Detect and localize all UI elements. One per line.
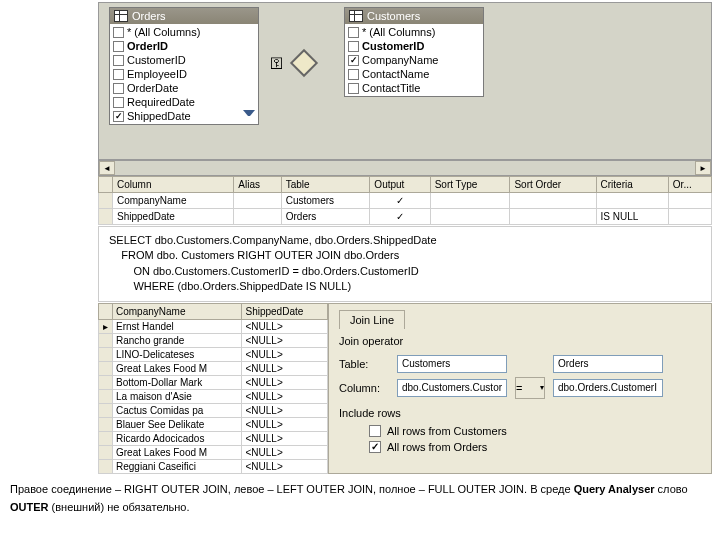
checkbox[interactable] <box>113 97 124 108</box>
join-connector[interactable]: ⚿ <box>294 53 314 73</box>
query-designer-canvas[interactable]: Orders * (All Columns) OrderID CustomerI… <box>98 2 712 160</box>
left-column-field[interactable]: dbo.Customers.Custor <box>397 379 507 397</box>
column-row[interactable]: CustomerID <box>111 53 257 67</box>
checkbox[interactable] <box>113 69 124 80</box>
results-row[interactable]: ▸Ernst Handel<NULL> <box>99 319 328 333</box>
results-row[interactable]: Great Lakes Food M<NULL> <box>99 361 328 375</box>
scroll-right-button[interactable]: ► <box>695 161 711 175</box>
column-row[interactable]: CustomerID <box>346 39 482 53</box>
results-row[interactable]: LINO-Delicateses<NULL> <box>99 347 328 361</box>
results-row[interactable]: La maison d'Asie<NULL> <box>99 389 328 403</box>
column-row[interactable]: * (All Columns) <box>111 25 257 39</box>
right-column-field[interactable]: dbo.Orders.CustomerI <box>553 379 663 397</box>
join-operator-label: Join operator <box>339 335 701 347</box>
filter-icon <box>243 110 255 122</box>
table-icon <box>349 10 363 22</box>
chevron-down-icon: ▾ <box>540 383 544 392</box>
checkbox[interactable] <box>113 55 124 66</box>
results-row[interactable]: Blauer See Delikate<NULL> <box>99 417 328 431</box>
results-row[interactable]: Great Lakes Food M<NULL> <box>99 445 328 459</box>
table-title-label: Orders <box>132 10 166 22</box>
join-properties-panel: Join Line Join operator Table: Customers… <box>328 303 712 474</box>
table-panel-customers[interactable]: Customers * (All Columns) CustomerID Com… <box>344 7 484 97</box>
results-row[interactable]: Ricardo Adocicados<NULL> <box>99 431 328 445</box>
results-grid: CompanyName ShippedDate ▸Ernst Handel<NU… <box>98 303 328 474</box>
column-row[interactable]: ContactName <box>346 67 482 81</box>
checkbox[interactable] <box>113 111 124 122</box>
criteria-grid: Column Alias Table Output Sort Type Sort… <box>98 176 712 225</box>
horizontal-scrollbar[interactable]: ◄ ► <box>98 160 712 176</box>
checkbox[interactable] <box>369 425 381 437</box>
column-row[interactable]: ContactTitle <box>346 81 482 95</box>
left-table-field[interactable]: Customers <box>397 355 507 373</box>
orders-columns-list: * (All Columns) OrderID CustomerID Emplo… <box>110 24 258 124</box>
checkbox[interactable] <box>113 41 124 52</box>
sql-text-panel[interactable]: SELECT dbo.Customers.CompanyName, dbo.Or… <box>98 226 712 302</box>
customers-columns-list: * (All Columns) CustomerID CompanyName C… <box>345 24 483 96</box>
results-header[interactable]: CompanyName <box>113 303 242 319</box>
results-row[interactable]: Cactus Comidas pa<NULL> <box>99 403 328 417</box>
table-title-customers[interactable]: Customers <box>345 8 483 24</box>
column-row[interactable]: CompanyName <box>346 53 482 67</box>
checkbox[interactable] <box>348 69 359 80</box>
include-rows-label: Include rows <box>339 407 701 419</box>
include-left-row[interactable]: All rows from Customers <box>339 423 701 439</box>
column-row[interactable]: OrderID <box>111 39 257 53</box>
results-header[interactable]: ShippedDate <box>242 303 328 319</box>
include-right-row[interactable]: All rows from Orders <box>339 439 701 455</box>
column-row[interactable]: OrderDate <box>111 81 257 95</box>
checkbox[interactable] <box>113 83 124 94</box>
tab-join-line[interactable]: Join Line <box>339 310 405 329</box>
table-icon <box>114 10 128 22</box>
grid-row[interactable]: CompanyNameCustomers ✓ <box>99 193 712 209</box>
results-row[interactable]: Reggiani Caseifici<NULL> <box>99 459 328 473</box>
footer-text: Правое соединение – RIGHT OUTER JOIN, ле… <box>10 480 710 516</box>
column-row[interactable]: EmployeeID <box>111 67 257 81</box>
operator-dropdown[interactable]: =▾ <box>515 377 545 399</box>
checkbox[interactable] <box>348 41 359 52</box>
checkbox[interactable] <box>113 27 124 38</box>
checkbox[interactable] <box>348 55 359 66</box>
table-title-label: Customers <box>367 10 420 22</box>
table-panel-orders[interactable]: Orders * (All Columns) OrderID CustomerI… <box>109 7 259 125</box>
checkbox[interactable] <box>348 83 359 94</box>
results-row[interactable]: Bottom-Dollar Mark<NULL> <box>99 375 328 389</box>
column-row[interactable]: ShippedDate <box>111 109 257 123</box>
grid-row[interactable]: ShippedDateOrders ✓IS NULL <box>99 209 712 225</box>
right-table-field[interactable]: Orders <box>553 355 663 373</box>
checkbox[interactable] <box>348 27 359 38</box>
grid-header-row: Column Alias Table Output Sort Type Sort… <box>99 177 712 193</box>
column-row[interactable]: * (All Columns) <box>346 25 482 39</box>
join-diamond-icon[interactable] <box>290 49 318 77</box>
column-row[interactable]: RequiredDate <box>111 95 257 109</box>
results-row[interactable]: Rancho grande<NULL> <box>99 333 328 347</box>
checkbox[interactable] <box>369 441 381 453</box>
scroll-left-button[interactable]: ◄ <box>99 161 115 175</box>
key-icon: ⚿ <box>270 55 284 71</box>
table-title-orders[interactable]: Orders <box>110 8 258 24</box>
